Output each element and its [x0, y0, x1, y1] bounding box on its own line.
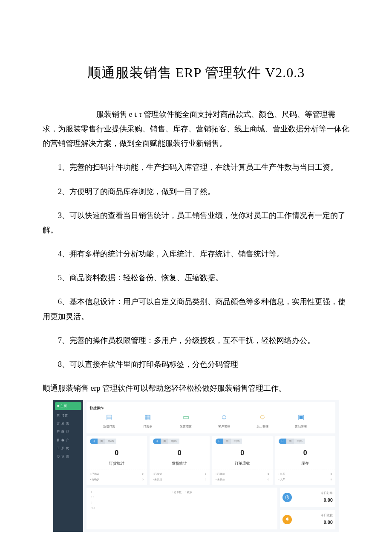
- coin-icon: ✸: [282, 515, 292, 524]
- stat-card-receivable: 日 周 年(C) 0 订单应收 已收款0 未收款0: [212, 436, 273, 485]
- feature-point-7: 7、完善的操作员权限管理：多用户，分级授权，互不干扰，轻松网络办公。: [43, 333, 349, 348]
- sidebar: ■ 主页 第 订货 古 发 货 产 商 品 普 客 户 工 系 统 ◎ 设 置: [53, 400, 83, 532]
- feature-point-2: 2、方便明了的商品库存浏览，做到一目了然。: [43, 184, 349, 199]
- feature-point-4: 4、拥有多样的统计分析功能，入库统计、库存统计、销售统计等。: [43, 247, 349, 261]
- feature-point-1: 1、完善的扫码计件功能，生产扫码入库管理，在线计算员工生产件数与当日工资。: [43, 160, 349, 174]
- quick-label: 客户管理: [218, 424, 230, 429]
- stat-card-stock: 日 周 年(C) 0 库存 出库0 入库0: [275, 436, 336, 485]
- tab-year[interactable]: 年(C): [231, 439, 242, 444]
- sub-label: 已发货: [153, 472, 162, 477]
- feature-point-3: 3、可以快速的查看当日销售统计，员工销售业绩，使你对员工的工作情况有一定的了解。: [43, 208, 349, 237]
- sub-value: 0: [142, 477, 143, 482]
- quick-label: 员工管理: [257, 424, 268, 429]
- stat-title: 订货统计: [90, 460, 144, 467]
- quick-label: 货品管理: [295, 424, 307, 429]
- stat-title: 发货统计: [153, 460, 207, 467]
- erp-screenshot-figure: ■ 主页 第 订货 古 发 货 产 商 品 普 客 户 工 系 统 ◎ 设 置 …: [53, 400, 339, 532]
- feature-point-5: 5、商品资料数据：轻松备份、恢复、压缩数据。: [43, 270, 349, 285]
- sidebar-item[interactable]: 古 发 货: [55, 420, 81, 427]
- quick-new-order[interactable]: ▤ 新增订货: [98, 413, 120, 429]
- tab-week[interactable]: 周: [286, 439, 294, 444]
- goods-icon: ▣: [297, 413, 305, 422]
- stat-title: 订单应收: [216, 460, 269, 467]
- tab-year[interactable]: 年(C): [105, 439, 116, 444]
- sub-value: 0: [331, 472, 332, 477]
- quick-staff[interactable]: ☺ 员工管理: [252, 413, 273, 429]
- stat-card-order: 日 周 年(C) 0 订货统计 已确认0 待确认0: [86, 436, 147, 485]
- sub-value: 0: [205, 477, 206, 482]
- stat-value: 0: [153, 447, 207, 459]
- y-tick: -0.5: [91, 506, 95, 510]
- mini-label: 今日订单: [321, 490, 333, 496]
- sidebar-home[interactable]: ■ 主页: [55, 402, 81, 410]
- trend-chart: 1 0.5 0 -0.5 ○ 订单数 ○ 收款: [90, 490, 274, 511]
- quick-label: 发货结算: [180, 424, 192, 429]
- stat-value: 0: [279, 447, 332, 459]
- quick-operations-card: 快捷操作 ▤ 新增订货 ▦ 订货单 ▭ 发货结算 ☺: [86, 402, 335, 433]
- tab-week[interactable]: 周: [223, 439, 231, 444]
- stats-row: 日 周 年(C) 0 订货统计 已确认0 待确认0 日 周: [86, 436, 335, 485]
- stat-card-ship: 日 周 年(C) 0 发货统计 已发货0 未发货0: [150, 436, 210, 485]
- side-stats: ◷ 今日订单 0.00 ✸ 今日收款 0.00: [280, 488, 335, 529]
- feature-point-8: 8、可以直接在软件里面打印条码标签，分色分码管理: [43, 357, 349, 372]
- y-tick: 0.5: [91, 495, 95, 500]
- tab-day[interactable]: 日: [279, 439, 286, 444]
- closing-paragraph: 顺通服装销售 erp 管理软件可以帮助您轻轻松松做好服装销售管理工作。: [43, 381, 349, 395]
- stat-title: 库存: [279, 460, 332, 467]
- tab-day[interactable]: 日: [153, 439, 161, 444]
- tab-day[interactable]: 日: [90, 439, 98, 444]
- sub-label: 待确认: [90, 477, 99, 482]
- sub-label: 已收款: [216, 472, 225, 477]
- mini-stat-today-receipts: ✸ 今日收款 0.00: [280, 510, 335, 529]
- sidebar-item[interactable]: 产 商 品: [55, 428, 81, 435]
- mini-value: 0.00: [324, 496, 333, 505]
- tab-year[interactable]: 年(C): [168, 439, 179, 444]
- feature-point-6: 6、基本信息设计：用户可以自定义商品类别、商品颜色等多种信息，实用性更强，使用更…: [43, 294, 349, 323]
- sub-label: 入库: [279, 477, 285, 482]
- mini-label: 今日收款: [321, 512, 333, 518]
- sidebar-item[interactable]: 工 系 统: [55, 445, 81, 452]
- sub-value: 0: [268, 477, 269, 482]
- legend-item: ○ 订单数: [172, 491, 182, 494]
- quick-label: 订货单: [143, 424, 152, 429]
- sub-label: 未收款: [216, 477, 225, 482]
- tab-week[interactable]: 周: [98, 439, 105, 444]
- sidebar-item[interactable]: ◎ 设 置: [55, 453, 81, 460]
- mini-stat-today-orders: ◷ 今日订单 0.00: [280, 488, 335, 507]
- order-list-icon: ▦: [143, 413, 152, 422]
- sub-label: 未发货: [153, 477, 162, 482]
- quick-label: 新增订货: [103, 424, 115, 429]
- quick-operations-title: 快捷操作: [90, 405, 332, 411]
- trend-chart-card: 1 0.5 0 -0.5 ○ 订单数 ○ 收款: [86, 488, 277, 529]
- quick-customer[interactable]: ☺ 客户管理: [213, 413, 235, 429]
- sub-value: 0: [331, 477, 332, 482]
- tab-day[interactable]: 日: [216, 439, 223, 444]
- quick-goods[interactable]: ▣ 货品管理: [290, 413, 311, 429]
- sub-value: 0: [268, 472, 269, 477]
- document-title: 顺通服装销售 ERP 管理软件 V2.0.3: [43, 60, 349, 86]
- clock-icon: ◷: [282, 493, 292, 502]
- y-tick: 0: [91, 500, 95, 505]
- customer-icon: ☺: [220, 413, 228, 422]
- chart-legend: ○ 订单数 ○ 收款: [170, 490, 193, 495]
- quick-order-list[interactable]: ▦ 订货单: [137, 413, 158, 429]
- intro-paragraph: 服装销售 e ɩ τ 管理软件能全面支持对商品款式、颜色、尺码、等管理需求，为服…: [43, 107, 349, 151]
- sub-value: 0: [142, 472, 143, 477]
- sidebar-item[interactable]: 普 客 户: [55, 436, 81, 444]
- main-panel: 快捷操作 ▤ 新增订货 ▦ 订货单 ▭ 发货结算 ☺: [83, 400, 339, 532]
- staff-icon: ☺: [258, 413, 267, 422]
- tab-year[interactable]: 年(C): [294, 439, 305, 444]
- quick-ship-settle[interactable]: ▭ 发货结算: [175, 413, 196, 429]
- sub-value: 0: [205, 472, 206, 477]
- tab-week[interactable]: 周: [161, 439, 168, 444]
- new-order-icon: ▤: [105, 413, 113, 422]
- ship-settle-icon: ▭: [182, 413, 190, 422]
- y-tick: 1: [91, 490, 95, 495]
- sub-label: 已确认: [90, 472, 99, 477]
- sub-label: 出库: [279, 472, 285, 477]
- stat-value: 0: [216, 447, 269, 459]
- sidebar-item[interactable]: 第 订货: [55, 412, 81, 419]
- lower-row: 1 0.5 0 -0.5 ○ 订单数 ○ 收款 ◷: [86, 488, 335, 529]
- legend-item: ○ 收款: [185, 491, 192, 494]
- mini-value: 0.00: [324, 518, 333, 527]
